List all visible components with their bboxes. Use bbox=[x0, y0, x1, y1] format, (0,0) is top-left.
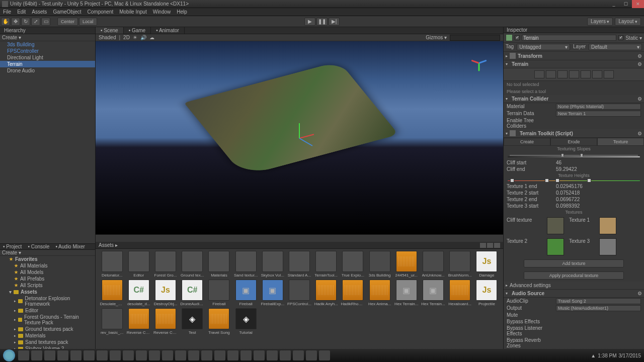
favorite-item[interactable]: All Materials bbox=[0, 262, 95, 269]
menu-help[interactable]: Help bbox=[174, 9, 190, 15]
taskbar-app-icon[interactable] bbox=[97, 350, 108, 360]
asset-item[interactable]: Hadik Anyh... bbox=[314, 280, 339, 306]
taskbar-app-icon[interactable] bbox=[214, 350, 225, 360]
minimize-button[interactable]: _ bbox=[608, 0, 620, 8]
menu-assets[interactable]: Assets bbox=[29, 9, 50, 15]
terrain-trees-button[interactable] bbox=[581, 70, 591, 78]
taskbar-app-icon[interactable] bbox=[240, 350, 252, 360]
system-tray[interactable]: ▲ 1:38 PM 3/17/2015 bbox=[591, 353, 641, 358]
asset-item[interactable]: Ground tex... bbox=[180, 251, 205, 278]
audio-toggle[interactable]: 🔊 bbox=[140, 35, 146, 40]
tag-dropdown[interactable]: Untagged▾ bbox=[517, 44, 570, 50]
taskbar-app-icon[interactable] bbox=[149, 350, 160, 360]
terrain-smooth-button[interactable] bbox=[557, 70, 568, 78]
hierarchy-create-dropdown[interactable]: Create ▾ bbox=[2, 35, 21, 40]
toolkit-tab-erode[interactable]: Erode bbox=[550, 138, 597, 146]
folder-item[interactable]: ▸Ground textures pack bbox=[0, 326, 95, 332]
hierarchy-tab[interactable]: Hierarchy bbox=[2, 28, 28, 33]
assets-header[interactable]: ▾Assets bbox=[0, 289, 95, 295]
terrain-raise-button[interactable] bbox=[534, 70, 544, 78]
asset-item[interactable]: Forest Gro... bbox=[153, 251, 178, 278]
audioclip-field[interactable]: Travel Song 2 bbox=[556, 298, 641, 304]
hierarchy-item[interactable]: Directional Light bbox=[0, 54, 95, 61]
save-search-icon[interactable] bbox=[494, 243, 500, 248]
hierarchy-item[interactable]: 3ds Building bbox=[0, 41, 95, 48]
menu-mobile-input[interactable]: Mobile Input bbox=[116, 9, 149, 15]
asset-item[interactable]: ◈Tutorial bbox=[233, 308, 258, 335]
asset-item[interactable]: True Explo... bbox=[341, 251, 365, 278]
transform-component-header[interactable]: ▸ Transform⚙ bbox=[504, 52, 644, 60]
asset-item[interactable]: Reverse Ch... bbox=[126, 308, 151, 335]
gizmos-dropdown[interactable]: Gizmos ▾ bbox=[426, 35, 447, 41]
toolkit-tab-create[interactable]: Create bbox=[504, 138, 550, 146]
hierarchy-item[interactable]: FPSController bbox=[0, 48, 95, 54]
slope-gradient[interactable] bbox=[508, 156, 640, 157]
handle-toggle[interactable]: Local bbox=[79, 18, 97, 26]
asset-item[interactable]: JsDamage bbox=[474, 251, 499, 278]
folder-item[interactable]: ▸Detonator Explosion Framework bbox=[0, 295, 95, 307]
taskbar-app-icon[interactable] bbox=[57, 350, 68, 360]
terrain-component-header[interactable]: ▾ Terrain⚙ bbox=[504, 60, 644, 68]
asset-item[interactable]: 244541_ur... bbox=[394, 251, 419, 278]
texture-swatch[interactable] bbox=[599, 238, 616, 255]
asset-item[interactable]: Skybox Vol... bbox=[260, 251, 285, 278]
rotate-tool-button[interactable]: ↻ bbox=[21, 18, 30, 26]
asset-item[interactable]: BrushNorm... bbox=[448, 251, 472, 278]
asset-item[interactable]: Hex Anima... bbox=[367, 280, 392, 306]
asset-item[interactable]: Fireball bbox=[207, 280, 231, 306]
layers-dropdown[interactable]: Layers ▾ bbox=[587, 18, 613, 26]
hierarchy-item[interactable]: Drone Audio bbox=[0, 67, 95, 74]
object-name-input[interactable] bbox=[522, 35, 616, 41]
asset-item[interactable]: ◈Test bbox=[180, 308, 205, 335]
asset-item[interactable]: ▣FireballExp... bbox=[260, 280, 285, 306]
favorite-item[interactable]: All Scripts bbox=[0, 282, 95, 289]
asset-item[interactable]: Sand textur... bbox=[233, 251, 258, 278]
taskbar-app-icon[interactable] bbox=[110, 350, 121, 360]
close-button[interactable]: ✕ bbox=[632, 0, 644, 8]
hand-tool-button[interactable]: ✋ bbox=[1, 18, 10, 26]
favorites-header[interactable]: Favorites bbox=[0, 256, 95, 262]
tab-project[interactable]: • Project bbox=[0, 244, 25, 249]
taskbar-app-icon[interactable] bbox=[70, 350, 82, 360]
terrain-height-button[interactable] bbox=[546, 70, 556, 78]
favorite-item[interactable]: All Prefabs bbox=[0, 276, 95, 282]
gear-icon[interactable]: ⚙ bbox=[637, 53, 642, 59]
asset-item[interactable]: ▣Fireball bbox=[233, 280, 258, 306]
asset-item[interactable]: Hexaboard... bbox=[448, 280, 472, 306]
folder-item[interactable]: ▸Sand textures pack bbox=[0, 339, 95, 345]
tab-console[interactable]: • Console bbox=[25, 244, 52, 249]
terrain-settings-button[interactable] bbox=[604, 70, 614, 78]
advanced-settings-header[interactable]: ▸Advanced settings bbox=[504, 282, 644, 290]
filter-icon[interactable] bbox=[487, 243, 493, 248]
menu-component[interactable]: Component bbox=[85, 9, 117, 15]
pause-button[interactable]: ❚❚ bbox=[316, 18, 328, 26]
layout-dropdown[interactable]: Layout ▾ bbox=[615, 18, 641, 26]
taskbar-app-icon[interactable] bbox=[319, 350, 330, 360]
asset-item[interactable]: JsProjectile bbox=[474, 280, 499, 306]
taskbar-app-icon[interactable] bbox=[201, 350, 212, 360]
fx-toggle[interactable]: ☁ bbox=[149, 35, 154, 40]
taskbar-app-icon[interactable] bbox=[175, 350, 186, 360]
taskbar-app-icon[interactable] bbox=[280, 350, 291, 360]
start-button[interactable] bbox=[3, 349, 15, 361]
material-field[interactable]: None (Physic Material) bbox=[556, 104, 641, 110]
asset-item[interactable]: rev_basic_... bbox=[100, 308, 124, 335]
asset-item[interactable]: Travel Song bbox=[207, 308, 231, 335]
pivot-toggle[interactable]: Center bbox=[57, 18, 78, 26]
asset-item[interactable]: Reverse Ch... bbox=[153, 308, 178, 335]
taskbar-app-icon[interactable] bbox=[84, 350, 95, 360]
audio-source-header[interactable]: ▾ Audio Source⚙ bbox=[504, 290, 644, 298]
favorite-item[interactable]: All Models bbox=[0, 269, 95, 276]
layer-dropdown[interactable]: Default▾ bbox=[589, 44, 642, 50]
breadcrumb[interactable]: Assets ▸ bbox=[99, 242, 118, 248]
asset-item[interactable]: C#DroneAudio... bbox=[180, 280, 205, 306]
menu-window[interactable]: Window bbox=[150, 9, 174, 15]
asset-item[interactable]: JsDestroyObj... bbox=[153, 280, 178, 306]
asset-item[interactable]: Desolate_D... bbox=[100, 280, 124, 306]
static-checkbox[interactable] bbox=[618, 35, 623, 40]
tab-animator[interactable]: • Animator bbox=[151, 27, 185, 34]
scale-tool-button[interactable]: ⤢ bbox=[31, 18, 40, 26]
2d-toggle[interactable]: 2D bbox=[123, 35, 130, 40]
texture-swatch[interactable] bbox=[547, 238, 564, 255]
asset-item[interactable]: TerrainTool... bbox=[314, 251, 339, 278]
